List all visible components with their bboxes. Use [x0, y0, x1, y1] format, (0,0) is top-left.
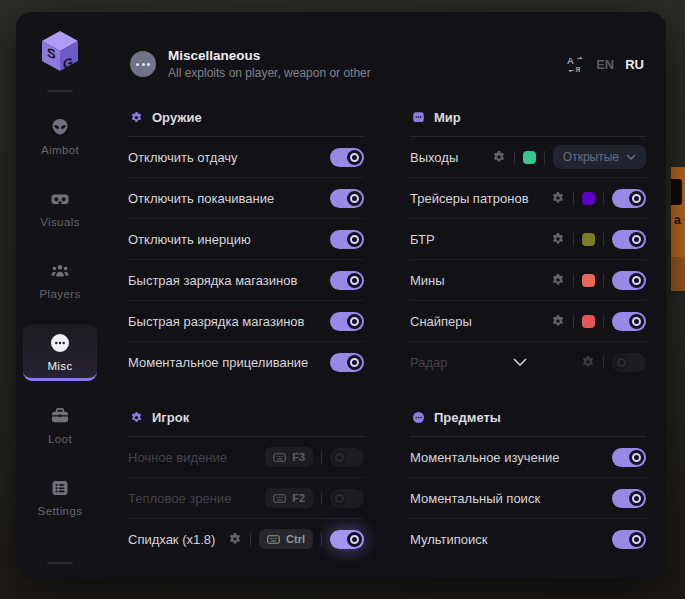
feature-row: Отключить покачивание	[128, 177, 364, 218]
feature-label: Отключить покачивание	[128, 191, 330, 206]
sidebar-item-label: Visuals	[40, 216, 80, 228]
feature-label: Мультипоиск	[410, 532, 612, 547]
toggle-off[interactable]	[330, 448, 364, 467]
sidebar-item-misc[interactable]: Misc	[23, 324, 97, 381]
feature-row: Снайперы	[410, 300, 646, 341]
hotkey-badge[interactable]: F3	[265, 447, 313, 467]
color-swatch[interactable]	[523, 151, 536, 164]
toggle-on[interactable]	[612, 189, 646, 208]
toggle-on[interactable]	[330, 230, 364, 249]
sidebar: S G Aimbot Visuals Players	[16, 12, 104, 578]
feature-label: Моментальное прицеливание	[128, 355, 330, 370]
gear-icon	[130, 411, 143, 424]
color-swatch[interactable]	[582, 233, 595, 246]
ellipsis-circle-icon	[412, 411, 425, 424]
dropdown-value: Открытые	[563, 150, 619, 164]
color-swatch[interactable]	[582, 274, 595, 287]
feature-row: Быстрая разрядка магазинов	[128, 300, 364, 341]
sidebar-item-label: Settings	[38, 505, 83, 517]
feature-row: Тепловое зрение F2	[128, 477, 364, 518]
gear-icon[interactable]	[228, 532, 242, 546]
sidebar-item-loot[interactable]: Loot	[23, 397, 97, 453]
gear-icon[interactable]	[492, 150, 506, 164]
page-subtitle: All exploits on player, weapon or other	[168, 66, 371, 80]
sidebar-nav: Aimbot Visuals Players Misc	[16, 108, 104, 525]
sidebar-item-visuals[interactable]: Visuals	[23, 180, 97, 236]
feature-row: Мультипоиск	[410, 518, 646, 559]
language-en-button[interactable]: EN	[596, 57, 614, 72]
sidebar-item-label: Loot	[48, 433, 72, 445]
chevron-down-icon	[626, 154, 636, 160]
toggle-off[interactable]	[330, 489, 364, 508]
feature-row: Быстрая зарядка магазинов	[128, 259, 364, 300]
translate-icon[interactable]: Aя	[566, 55, 585, 74]
hotkey-badge[interactable]: F2	[265, 488, 313, 508]
gear-icon[interactable]	[551, 314, 565, 328]
feature-label: БТР	[410, 232, 551, 247]
hotkey-label: F3	[292, 451, 305, 463]
sidebar-item-settings[interactable]: Settings	[23, 469, 97, 525]
toggle-on[interactable]	[612, 448, 646, 467]
feature-row: Выходы Открытые	[410, 137, 646, 177]
sidebar-item-label: Misc	[47, 360, 72, 372]
sidebar-divider-top	[47, 90, 73, 92]
gear-icon[interactable]	[581, 355, 595, 369]
toggle-on[interactable]	[612, 489, 646, 508]
feature-row: Мины	[410, 259, 646, 300]
feature-row: Отключить инерцию	[128, 218, 364, 259]
toggle-on[interactable]	[330, 312, 364, 331]
feature-label: Снайперы	[410, 314, 551, 329]
toggle-on[interactable]	[330, 271, 364, 290]
svg-text:я: я	[576, 64, 581, 74]
briefcase-icon	[50, 406, 70, 426]
toggle-on[interactable]	[612, 312, 646, 331]
feature-row: Радар	[410, 341, 646, 382]
feature-label: Быстрая разрядка магазинов	[128, 314, 330, 329]
list-icon	[50, 478, 70, 498]
language-ru-button[interactable]: RU	[625, 57, 644, 72]
feature-row: Отключить отдачу	[128, 137, 364, 177]
section-title: Оружие	[152, 110, 202, 125]
feature-row: Трейсеры патронов	[410, 177, 646, 218]
section-title: Предметы	[434, 410, 501, 425]
feature-row: Спидхак (x1.8) Ctrl	[128, 518, 364, 559]
section-world: Мир Выходы Открытые	[410, 106, 646, 382]
chevron-down-icon[interactable]	[513, 358, 527, 366]
page-header: Miscellaneous All exploits on player, we…	[128, 12, 646, 92]
section-items: Предметы Моментальное изучение Моменталь…	[410, 406, 646, 559]
gear-icon[interactable]	[551, 232, 565, 246]
background-game-sliver: a	[671, 167, 685, 291]
feature-row: Моментальное прицеливание	[128, 341, 364, 382]
exits-dropdown[interactable]: Открытые	[553, 145, 646, 169]
color-swatch[interactable]	[582, 315, 595, 328]
feature-label: Отключить отдачу	[128, 150, 330, 165]
alien-icon	[50, 117, 70, 137]
color-swatch[interactable]	[582, 192, 595, 205]
hotkey-badge[interactable]: Ctrl	[259, 529, 313, 549]
toggle-on[interactable]	[330, 530, 364, 549]
svg-text:S: S	[47, 45, 56, 62]
feature-row: БТР	[410, 218, 646, 259]
gear-icon[interactable]	[551, 191, 565, 205]
feature-label: Трейсеры патронов	[410, 191, 551, 206]
gear-icon[interactable]	[551, 273, 565, 287]
ellipsis-circle-icon	[130, 51, 156, 77]
sidebar-item-aimbot[interactable]: Aimbot	[23, 108, 97, 164]
sidebar-item-label: Players	[39, 288, 80, 300]
players-icon	[50, 261, 70, 281]
toggle-on[interactable]	[330, 189, 364, 208]
toggle-on[interactable]	[612, 271, 646, 290]
game-sliver-shade	[671, 257, 685, 291]
toggle-on[interactable]	[612, 230, 646, 249]
toggle-on[interactable]	[330, 353, 364, 372]
svg-text:A: A	[567, 55, 574, 66]
section-items-header: Предметы	[410, 406, 646, 437]
toggle-off[interactable]	[612, 353, 646, 372]
hotkey-label: Ctrl	[286, 533, 305, 545]
hotkey-label: F2	[292, 492, 305, 504]
toggle-on[interactable]	[330, 148, 364, 167]
section-world-header: Мир	[410, 106, 646, 137]
sidebar-item-players[interactable]: Players	[23, 252, 97, 308]
toggle-on[interactable]	[612, 530, 646, 549]
feature-label: Выходы	[410, 150, 492, 165]
